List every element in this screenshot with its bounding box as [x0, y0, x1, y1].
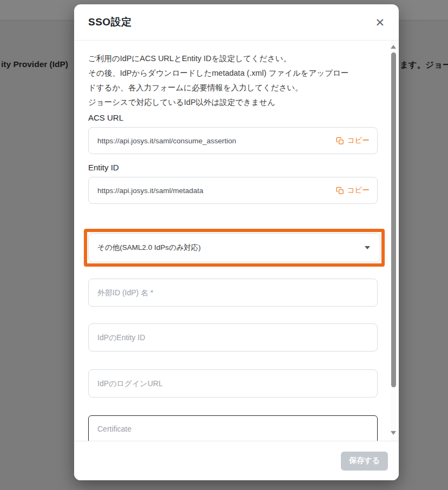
- idp-select-highlight: その他(SAML2.0 IdPsのみ対応): [84, 229, 385, 267]
- acs-url-value: https://api.josys.it/saml/consume_assert…: [97, 137, 236, 145]
- scrollbar-up-icon[interactable]: [391, 45, 396, 49]
- copy-icon: [336, 137, 344, 145]
- copy-icon: [336, 187, 344, 195]
- modal-scrollbar[interactable]: [391, 41, 396, 441]
- copy-button-label: コピー: [347, 136, 370, 145]
- modal-footer: 保存する: [74, 441, 399, 480]
- scrollbar-down-icon[interactable]: [391, 431, 396, 435]
- modal-header: SSO設定 ✕: [74, 4, 399, 41]
- entity-id-value: https://api.josys.it/saml/metadata: [97, 187, 203, 195]
- copy-button-label: コピー: [347, 186, 370, 195]
- entity-id-label: Entity ID: [88, 162, 383, 174]
- idp-type-select[interactable]: その他(SAML2.0 IdPsのみ対応): [88, 233, 380, 262]
- sso-settings-modal: SSO設定 ✕ ご利用のIdPにACS URLとEntity IDを設定してくだ…: [74, 4, 399, 480]
- idp-login-url-input[interactable]: [88, 369, 378, 398]
- entity-id-field: https://api.josys.it/saml/metadata コピー: [88, 177, 378, 204]
- acs-url-label: ACS URL: [88, 112, 383, 124]
- acs-url-field: https://api.josys.it/saml/consume_assert…: [88, 127, 378, 154]
- background-text-left: ity Provider (IdP): [1, 59, 68, 69]
- acs-url-copy-button[interactable]: コピー: [336, 136, 370, 145]
- intro-line: ご利用のIdPにACS URLとEntity IDを設定してください。: [88, 51, 383, 66]
- idp-type-selected-value: その他(SAML2.0 IdPsのみ対応): [97, 243, 201, 253]
- chevron-down-icon: [365, 246, 370, 249]
- background-text-right: ます。ジョーシ: [400, 59, 448, 71]
- intro-line: ジョーシスで対応しているIdP以外は設定できません: [88, 95, 383, 110]
- scrollbar-thumb[interactable]: [391, 52, 396, 387]
- modal-title: SSO設定: [88, 15, 132, 29]
- entity-id-copy-button[interactable]: コピー: [336, 186, 370, 195]
- modal-body: ご利用のIdPにACS URLとEntity IDを設定してください。 その後、…: [74, 41, 399, 441]
- intro-line: ドするか、各入力フォームに必要情報を入力してください。: [88, 81, 383, 95]
- save-button[interactable]: 保存する: [341, 452, 388, 471]
- external-idp-name-input[interactable]: [88, 279, 378, 307]
- close-icon[interactable]: ✕: [373, 15, 387, 30]
- idp-entity-id-input[interactable]: [88, 323, 378, 352]
- intro-line: その後、IdPからダウンロードしたmetadata (.xml) ファイルをアッ…: [88, 66, 383, 81]
- intro-text: ご利用のIdPにACS URLとEntity IDを設定してください。 その後、…: [88, 51, 383, 110]
- certificate-textarea[interactable]: [88, 415, 378, 441]
